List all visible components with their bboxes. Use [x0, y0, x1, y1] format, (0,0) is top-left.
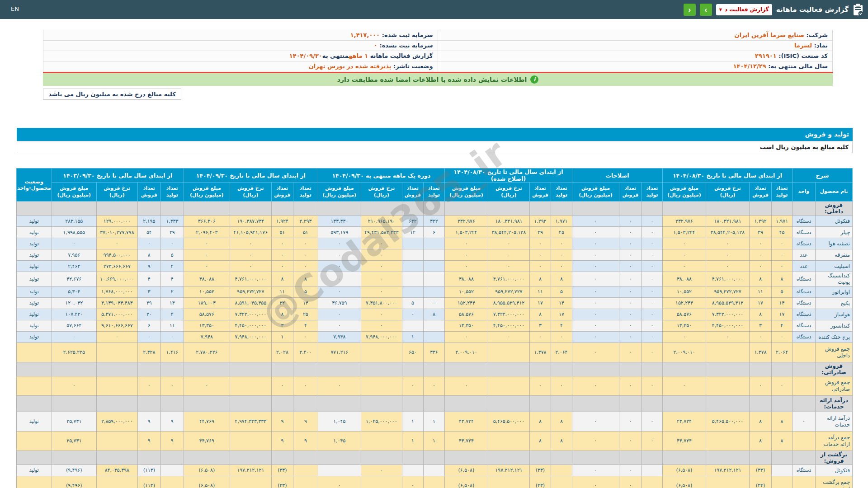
- table-cell: [52, 362, 96, 376]
- table-row: درآمد ارائه خدمات۰۸۸۵,۴۶۵,۵۰۰,۰۰۰۴۳,۷۲۴۰…: [16, 412, 852, 431]
- table-cell: [749, 450, 771, 465]
- table-cell: ۱۳,۳۵۰: [184, 320, 230, 331]
- table-cell: ۰: [444, 376, 488, 395]
- info-label: سال مالی منتهی به:: [766, 63, 828, 70]
- table-cell: ۰: [642, 320, 662, 331]
- table-cell: [230, 450, 271, 465]
- column-header: تعداد فروش: [619, 183, 642, 202]
- info-value: ۲۹۱۹۰۱: [755, 52, 777, 59]
- table-cell: ۰: [96, 238, 137, 249]
- table-cell: ۲۵,۷۳۱: [52, 431, 96, 450]
- table-cell: ۵,۳۷۱,۰۰۰,۰۰۰: [96, 309, 137, 320]
- table-cell: [706, 431, 749, 450]
- table-cell: ۰: [271, 376, 293, 395]
- table-cell: ۰: [160, 376, 184, 395]
- table-cell: [423, 395, 444, 412]
- column-header: نرخ فروش (ریال): [230, 183, 271, 202]
- table-row: هواسازدستگاه۱۷۸۷,۳۲۲,۰۰۰,۰۰۰۵۸,۵۷۶۰۰۰۱۷۸…: [16, 309, 852, 320]
- table-cell: متفرقه: [816, 249, 853, 261]
- table-cell: [662, 362, 706, 376]
- table-cell: دستگاه: [792, 297, 815, 309]
- table-cell: [662, 450, 706, 465]
- table-cell: ۰: [642, 431, 662, 450]
- table-cell: ۰: [619, 431, 642, 450]
- table-cell: ۴۵: [771, 227, 792, 238]
- table-cell: [771, 465, 792, 476]
- table-cell: ۱: [423, 431, 444, 450]
- table-cell: پکیج: [816, 297, 853, 309]
- table-cell: (۶,۵۰۸): [184, 476, 230, 488]
- clipboard-icon: [853, 3, 863, 16]
- table-cell: [96, 362, 137, 376]
- table-cell: ۰: [230, 261, 271, 272]
- table-cell: ۲۵,۷۳۱: [52, 412, 96, 431]
- table-cell: ۰: [572, 249, 619, 261]
- next-report-button[interactable]: ›: [700, 4, 712, 16]
- table-cell: [271, 202, 293, 216]
- table-cell: [444, 362, 488, 376]
- table-cell: ۳۶,۷۵۹: [318, 297, 361, 309]
- info-label: وضعیت ناشر:: [392, 63, 433, 70]
- table-cell: ۸,۵۹۱,۰۴۵,۴۵۵: [230, 297, 271, 309]
- table-cell: ۰: [361, 309, 402, 320]
- column-header: تعداد فروش: [749, 183, 771, 202]
- table-cell: [402, 320, 423, 331]
- language-toggle[interactable]: EN: [11, 5, 19, 12]
- table-cell: ۲,۴۰۰: [293, 343, 318, 362]
- table-cell: [230, 376, 271, 395]
- table-cell: [137, 362, 160, 376]
- table-cell: ۴۴,۷۶۹: [184, 431, 230, 450]
- table-cell: [16, 202, 52, 216]
- report-type-dropdown[interactable]: گزارش فعالیت د ▼: [716, 4, 772, 15]
- table-cell: [488, 395, 529, 412]
- table-cell: [529, 202, 551, 216]
- table-cell: ۸: [423, 309, 444, 320]
- table-cell: ۰: [184, 249, 230, 261]
- table-cell: ۲,۰۰۹,۰۱۰: [444, 343, 488, 362]
- table-cell: ۰: [642, 343, 662, 362]
- table-cell: [160, 362, 184, 376]
- table-cell: [423, 320, 444, 331]
- table-cell: ۰: [619, 297, 642, 309]
- table-cell: ۱۰,۶۶۹,۰۰۰,۰۰۰: [96, 272, 137, 286]
- table-cell: ۹: [137, 261, 160, 272]
- table-cell: ۴: [160, 261, 184, 272]
- info-value: ۱ ماهه: [349, 52, 368, 59]
- table-cell: [361, 343, 402, 362]
- table-cell: [706, 362, 749, 376]
- table-cell: ۸: [293, 272, 318, 286]
- table-cell: [662, 202, 706, 216]
- table-cell: ۰: [619, 412, 642, 431]
- table-cell: ۶: [137, 320, 160, 331]
- table-cell: ۰: [318, 249, 361, 261]
- table-cell: [230, 362, 271, 376]
- table-cell: ۳: [271, 320, 293, 331]
- section-million-note: کلیه مبالغ به میلیون ریال است: [17, 141, 853, 153]
- table-cell: ۰: [771, 331, 792, 343]
- table-cell: ۰: [771, 261, 792, 272]
- table-cell: [551, 476, 572, 488]
- prev-report-button[interactable]: ‹: [684, 4, 696, 16]
- table-cell: ۰: [642, 272, 662, 286]
- table-cell: ۷۷۱,۲۱۶: [318, 343, 361, 362]
- table-cell: ۴,۴۵۰,۰۰۰,۰۰۰: [230, 320, 271, 331]
- table-cell: [230, 395, 271, 412]
- table-cell: ۰: [619, 465, 642, 476]
- table-cell: ۵: [551, 286, 572, 297]
- table-cell: [160, 465, 184, 476]
- table-cell: ۸: [529, 431, 551, 450]
- table-cell: ۸: [749, 309, 771, 320]
- table-cell: ۲۷۳,۶۶۶,۶۶۷: [96, 261, 137, 272]
- table-cell: [402, 362, 423, 376]
- table-cell: ۱,۹۲۴: [271, 216, 293, 227]
- table-cell: ۰: [361, 249, 402, 261]
- table-cell: ۴,۴۵۰,۰۰۰,۰۰۰: [706, 320, 749, 331]
- table-cell: ۹: [293, 431, 318, 450]
- info-row: نماد: لسرماسرمایه ثبت نشده: ۰: [43, 41, 832, 51]
- table-cell: ۳۹: [160, 227, 184, 238]
- table-cell: تصفیه هوا: [816, 238, 853, 249]
- table-cell: ۰: [662, 261, 706, 272]
- table-cell: جمع فروش صادراتی: [816, 376, 853, 395]
- table-row: جمع فروش داخلی۲,۰۶۴۱,۳۷۸۲,۰۰۹,۰۱۰۰۰۰۲,۰۶…: [16, 343, 852, 362]
- table-cell: [749, 202, 771, 216]
